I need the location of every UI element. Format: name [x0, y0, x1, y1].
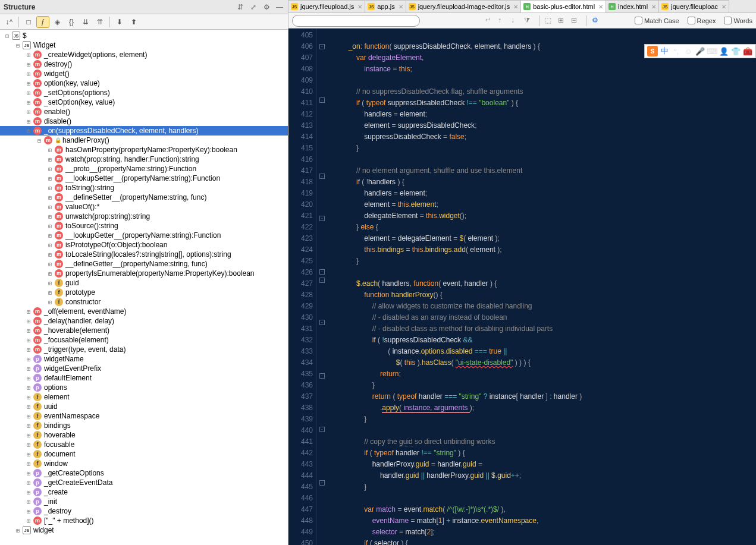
expander-icon[interactable]: ⊞: [46, 194, 54, 201]
expander-icon[interactable]: ⊞: [46, 289, 54, 296]
expander-icon[interactable]: ⊞: [25, 51, 32, 58]
tree-node[interactable]: ⊟m_on(suppressDisabledCheck, element, ha…: [0, 126, 288, 136]
select-all-icon[interactable]: ⬚: [545, 16, 554, 26]
tree-node[interactable]: ⊞fbindings: [0, 421, 288, 430]
tree-node[interactable]: ⊞fwindow: [0, 459, 288, 468]
editor-tab[interactable]: JSjquery.fileupload-image-editor.js✕: [406, 0, 522, 12]
expander-icon[interactable]: ⊞: [25, 470, 32, 477]
expander-icon[interactable]: ⊞: [14, 527, 21, 534]
expander-icon[interactable]: ⊞: [25, 460, 32, 467]
expander-icon[interactable]: ⊟: [14, 42, 21, 49]
close-icon[interactable]: ✕: [722, 4, 726, 10]
expander-icon[interactable]: ⊞: [46, 213, 54, 220]
tree-node[interactable]: ⊞m_setOption(key, value): [0, 97, 288, 107]
next-match-icon[interactable]: ↓: [511, 16, 520, 26]
expander-icon[interactable]: ⊟: [36, 137, 43, 144]
ime-voice-icon[interactable]: 🎤: [695, 46, 705, 56]
filter-functions-icon[interactable]: ƒ: [36, 16, 49, 28]
editor-tab[interactable]: Hindex.html✕: [606, 0, 659, 12]
expander-icon[interactable]: ⊞: [25, 336, 32, 344]
filter-lambda-icon[interactable]: {}: [65, 16, 78, 28]
expander-icon[interactable]: ⊞: [25, 80, 32, 87]
tree-node[interactable]: ⊞p_create: [0, 487, 288, 497]
tree-node[interactable]: ⊞pwidgetName: [0, 354, 288, 364]
tree-node[interactable]: ⊞mwidget(): [0, 69, 288, 78]
expander-icon[interactable]: ⊞: [46, 156, 54, 163]
tree-node[interactable]: ⊞m__proto__(propertyName:string):Functio…: [0, 164, 288, 174]
tree-node[interactable]: ⊞mpropertyIsEnumerable(propertyName:Prop…: [0, 269, 288, 278]
tree-node[interactable]: ⊟m🔒handlerProxy(): [0, 136, 288, 145]
fold-icon[interactable]: −: [319, 427, 325, 432]
settings-gear-icon[interactable]: ⚙: [592, 16, 601, 26]
tree-node[interactable]: ⊟JS$: [0, 31, 288, 40]
editor-tab[interactable]: JSjquery.fileuploac✕: [658, 0, 729, 12]
ime-emoji-icon[interactable]: ☺: [683, 46, 694, 56]
expander-icon[interactable]: ⊞: [25, 431, 32, 439]
fold-gutter[interactable]: −−−−−−−−−−: [317, 29, 327, 545]
ime-keyboard-icon[interactable]: ⌨: [707, 46, 717, 56]
expander-icon[interactable]: ⊞: [25, 374, 32, 382]
expander-icon[interactable]: ⊞: [25, 346, 32, 353]
close-icon[interactable]: ✕: [357, 4, 362, 10]
tree-node[interactable]: ⊟JSWidget: [0, 40, 288, 50]
expander-icon[interactable]: ⊞: [46, 232, 54, 239]
expander-icon[interactable]: ⊞: [46, 184, 54, 191]
hide-icon[interactable]: —: [275, 2, 284, 12]
tree-node[interactable]: ⊞p_getCreateOptions: [0, 468, 288, 478]
tree-node[interactable]: ⊞poptions: [0, 383, 288, 392]
expander-icon[interactable]: ⊞: [25, 479, 32, 486]
tree-node[interactable]: ⊞p_init: [0, 497, 288, 506]
words-checkbox[interactable]: Words: [724, 17, 752, 24]
match-case-checkbox[interactable]: Match Case: [635, 17, 679, 24]
expander-icon[interactable]: ⊞: [25, 99, 32, 106]
add-selection-icon[interactable]: ⊞: [558, 16, 567, 26]
expander-icon[interactable]: ⊞: [25, 118, 32, 125]
expander-icon[interactable]: ⊞: [25, 498, 32, 505]
close-icon[interactable]: ✕: [598, 4, 603, 10]
expander-icon[interactable]: ⊞: [25, 517, 32, 524]
editor-tab[interactable]: JSjquery.fileupload.js✕: [288, 0, 365, 12]
ime-user-icon[interactable]: 👤: [719, 46, 729, 56]
fold-icon[interactable]: −: [319, 480, 325, 486]
minimap-scrollbar[interactable]: [749, 29, 756, 545]
autoscroll-to-source-icon[interactable]: ⬇: [113, 16, 126, 28]
close-icon[interactable]: ✕: [651, 4, 656, 10]
ime-punct-icon[interactable]: °,: [671, 46, 682, 56]
scroll-from-source-icon[interactable]: ⇵: [236, 2, 245, 12]
structure-tree[interactable]: ⊟JS$⊟JSWidget⊞m_createWidget(options, el…: [0, 30, 288, 545]
filter-fields-icon[interactable]: □: [22, 16, 35, 28]
expander-icon[interactable]: ⊞: [25, 393, 32, 401]
tree-node[interactable]: ⊞felement: [0, 392, 288, 402]
tree-node[interactable]: ⊞feventNamespace: [0, 411, 288, 421]
autoscroll-from-source-icon[interactable]: ⬆: [127, 16, 140, 28]
expander-icon[interactable]: ⊞: [25, 70, 32, 77]
expander-icon[interactable]: ⊞: [25, 489, 32, 496]
ime-lang-icon[interactable]: 中: [659, 46, 670, 56]
tree-node[interactable]: ⊞mtoSource():string: [0, 221, 288, 231]
fold-icon[interactable]: −: [319, 278, 325, 283]
close-icon[interactable]: ✕: [399, 4, 403, 10]
ime-logo-icon[interactable]: S: [647, 46, 658, 56]
tree-node[interactable]: ⊞munwatch(prop:string):string: [0, 212, 288, 221]
tree-node[interactable]: ⊞mtoString():string: [0, 183, 288, 193]
tree-node[interactable]: ⊞fhoverable: [0, 430, 288, 440]
expander-icon[interactable]: ⊞: [25, 61, 32, 68]
expander-icon[interactable]: ⊞: [46, 222, 54, 229]
expander-icon[interactable]: ⊞: [25, 108, 32, 115]
tree-node[interactable]: ⊞m__defineSetter__(propertyName:string, …: [0, 193, 288, 202]
expand-all-icon[interactable]: ⇊: [79, 16, 92, 28]
sort-alpha-icon[interactable]: ↓ᴬ: [2, 16, 15, 28]
tree-node[interactable]: ⊞fdocument: [0, 449, 288, 459]
expander-icon[interactable]: ⊞: [46, 251, 54, 258]
expander-icon[interactable]: ⊞: [25, 451, 32, 458]
tree-node[interactable]: ⊞mdestroy(): [0, 59, 288, 69]
ime-toolbox-icon[interactable]: 🧰: [742, 46, 753, 56]
tree-node[interactable]: ⊞m_setOptions(options): [0, 88, 288, 97]
tree-node[interactable]: ⊞mtoLocaleString(locales?:string|string[…: [0, 250, 288, 259]
tree-node[interactable]: ⊞JSwidget: [0, 525, 288, 535]
fold-icon[interactable]: −: [319, 216, 325, 221]
tree-node[interactable]: ⊞m_focusable(element): [0, 335, 288, 345]
fold-icon[interactable]: −: [319, 269, 325, 275]
expander-icon[interactable]: ⊞: [46, 203, 54, 210]
settings-icon[interactable]: ⚙: [262, 2, 271, 12]
